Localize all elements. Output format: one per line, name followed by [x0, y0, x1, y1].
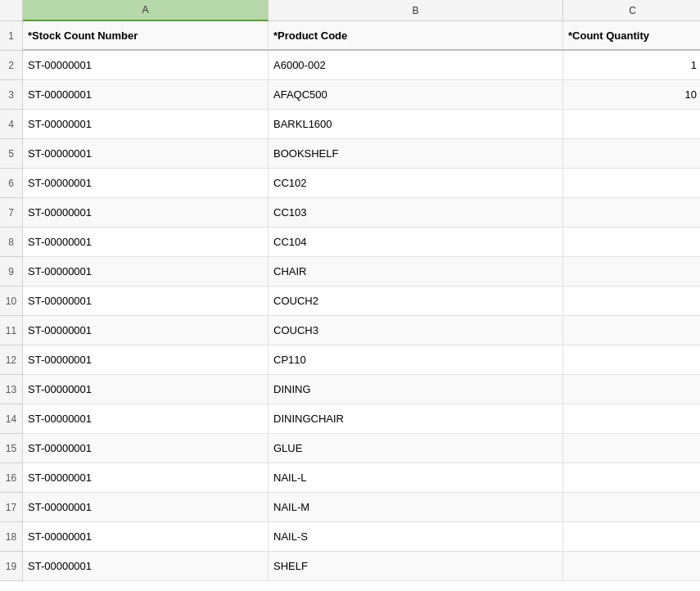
cell-qty-2[interactable]	[563, 110, 700, 139]
cell-product-7[interactable]: CHAIR	[269, 257, 563, 286]
field-header-row: 1 *Stock Count Number *Product Code *Cou…	[0, 21, 700, 51]
cell-stock-12[interactable]: ST-00000001	[23, 404, 269, 434]
cell-qty-12[interactable]	[563, 404, 700, 434]
cell-stock-3[interactable]: ST-00000001	[23, 139, 269, 169]
cell-product-3[interactable]: BOOKSHELF	[269, 139, 563, 169]
col-header-c[interactable]: C	[563, 0, 700, 21]
cell-qty-4[interactable]	[563, 169, 700, 198]
cell-qty-13[interactable]	[563, 434, 700, 463]
cell-qty-0[interactable]: 1	[563, 51, 700, 80]
row-num-5: 5	[0, 139, 23, 169]
table-row[interactable]: 4 ST-00000001 BARKL1600	[0, 110, 700, 139]
cell-stock-13[interactable]: ST-00000001	[23, 434, 269, 463]
table-row[interactable]: 3 ST-00000001 AFAQC500 10	[0, 80, 700, 110]
row-num-8: 8	[0, 228, 23, 257]
cell-qty-10[interactable]	[563, 345, 700, 375]
row-num-4: 4	[0, 110, 23, 139]
cell-product-4[interactable]: CC102	[269, 169, 563, 198]
cell-stock-10[interactable]: ST-00000001	[23, 345, 269, 375]
row-num-6: 6	[0, 169, 23, 198]
spreadsheet: A B C D 1 *Stock Count Number *Product C…	[0, 0, 700, 591]
cell-product-14[interactable]: NAIL-L	[269, 463, 563, 493]
row-num-11: 11	[0, 316, 23, 345]
row-num-19: 19	[0, 552, 23, 581]
cell-product-1[interactable]: AFAQC500	[269, 80, 563, 110]
cell-qty-9[interactable]	[563, 316, 700, 345]
cell-product-8[interactable]: COUCH2	[269, 286, 563, 316]
cell-stock-11[interactable]: ST-00000001	[23, 375, 269, 404]
cell-stock-17[interactable]: ST-00000001	[23, 552, 269, 581]
table-row[interactable]: 14 ST-00000001 DININGCHAIR	[0, 404, 700, 434]
table-row[interactable]: 13 ST-00000001 DINING	[0, 375, 700, 404]
cell-stock-15[interactable]: ST-00000001	[23, 493, 269, 522]
row-num-3: 3	[0, 80, 23, 110]
cell-stock-16[interactable]: ST-00000001	[23, 522, 269, 552]
row-num-16: 16	[0, 463, 23, 493]
cell-product-16[interactable]: NAIL-S	[269, 522, 563, 552]
row-num-1: 1	[0, 21, 23, 51]
row-num-12: 12	[0, 345, 23, 375]
cell-product-17[interactable]: SHELF	[269, 552, 563, 581]
table-row[interactable]: 19 ST-00000001 SHELF	[0, 552, 700, 581]
table-row[interactable]: 2 ST-00000001 A6000-002 1	[0, 51, 700, 80]
table-row[interactable]: 12 ST-00000001 CP110	[0, 345, 700, 375]
cell-product-0[interactable]: A6000-002	[269, 51, 563, 80]
row-num-14: 14	[0, 404, 23, 434]
cell-qty-8[interactable]	[563, 286, 700, 316]
table-row[interactable]: 6 ST-00000001 CC102	[0, 169, 700, 198]
cell-qty-14[interactable]	[563, 463, 700, 493]
cell-qty-16[interactable]	[563, 522, 700, 552]
row-num-2: 2	[0, 51, 23, 80]
column-headers: A B C D	[0, 0, 700, 21]
data-rows-container: 2 ST-00000001 A6000-002 1 3 ST-00000001 …	[0, 51, 700, 581]
row-num-18: 18	[0, 522, 23, 552]
cell-qty-3[interactable]	[563, 139, 700, 169]
cell-product-6[interactable]: CC104	[269, 228, 563, 257]
cell-product-11[interactable]: DINING	[269, 375, 563, 404]
cell-qty-17[interactable]	[563, 552, 700, 581]
table-row[interactable]: 15 ST-00000001 GLUE	[0, 434, 700, 463]
cell-product-12[interactable]: DININGCHAIR	[269, 404, 563, 434]
table-row[interactable]: 9 ST-00000001 CHAIR	[0, 257, 700, 286]
cell-stock-5[interactable]: ST-00000001	[23, 198, 269, 228]
col-header-b[interactable]: B	[269, 0, 563, 21]
corner-cell	[0, 0, 23, 21]
table-row[interactable]: 11 ST-00000001 COUCH3	[0, 316, 700, 345]
cell-product-15[interactable]: NAIL-M	[269, 493, 563, 522]
cell-stock-9[interactable]: ST-00000001	[23, 316, 269, 345]
cell-stock-14[interactable]: ST-00000001	[23, 463, 269, 493]
cell-stock-8[interactable]: ST-00000001	[23, 286, 269, 316]
cell-stock-4[interactable]: ST-00000001	[23, 169, 269, 198]
table-row[interactable]: 5 ST-00000001 BOOKSHELF	[0, 139, 700, 169]
cell-stock-7[interactable]: ST-00000001	[23, 257, 269, 286]
cell-stock-0[interactable]: ST-00000001	[23, 51, 269, 80]
table-row[interactable]: 10 ST-00000001 COUCH2	[0, 286, 700, 316]
cell-product-10[interactable]: CP110	[269, 345, 563, 375]
cell-qty-7[interactable]	[563, 257, 700, 286]
cell-product-9[interactable]: COUCH3	[269, 316, 563, 345]
cell-stock-2[interactable]: ST-00000001	[23, 110, 269, 139]
table-row[interactable]: 18 ST-00000001 NAIL-S	[0, 522, 700, 552]
cell-product-5[interactable]: CC103	[269, 198, 563, 228]
row-num-7: 7	[0, 198, 23, 228]
cell-qty-1[interactable]: 10	[563, 80, 700, 110]
col-header-a[interactable]: A	[23, 0, 269, 21]
header-product-code[interactable]: *Product Code	[269, 21, 563, 51]
cell-stock-1[interactable]: ST-00000001	[23, 80, 269, 110]
cell-qty-5[interactable]	[563, 198, 700, 228]
table-row[interactable]: 8 ST-00000001 CC104	[0, 228, 700, 257]
header-stock-count[interactable]: *Stock Count Number	[23, 21, 269, 51]
cell-qty-6[interactable]	[563, 228, 700, 257]
cell-product-2[interactable]: BARKL1600	[269, 110, 563, 139]
table-row[interactable]: 16 ST-00000001 NAIL-L	[0, 463, 700, 493]
cell-stock-6[interactable]: ST-00000001	[23, 228, 269, 257]
row-num-9: 9	[0, 257, 23, 286]
header-count-qty[interactable]: *Count Quantity	[563, 21, 700, 51]
cell-product-13[interactable]: GLUE	[269, 434, 563, 463]
cell-qty-11[interactable]	[563, 375, 700, 404]
table-row[interactable]: 17 ST-00000001 NAIL-M	[0, 493, 700, 522]
table-row[interactable]: 7 ST-00000001 CC103	[0, 198, 700, 228]
cell-qty-15[interactable]	[563, 493, 700, 522]
row-num-13: 13	[0, 375, 23, 404]
row-num-15: 15	[0, 434, 23, 463]
